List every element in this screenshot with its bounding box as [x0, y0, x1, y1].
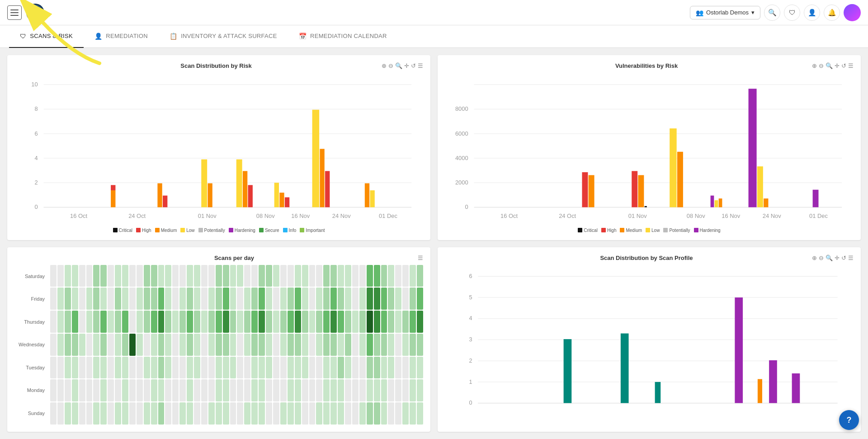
heatmap-cell[interactable]	[172, 311, 179, 333]
heatmap-cell[interactable]	[108, 334, 114, 356]
heatmap-cell[interactable]	[410, 334, 416, 356]
heatmap-cell[interactable]	[417, 265, 423, 287]
heatmap-cell[interactable]	[359, 311, 366, 333]
heatmap-cell[interactable]	[86, 379, 93, 401]
heatmap-cell[interactable]	[137, 311, 143, 333]
heatmap-cell[interactable]	[266, 357, 272, 379]
heatmap-cell[interactable]	[50, 265, 57, 287]
user-button[interactable]: 👤	[804, 5, 820, 21]
heatmap-cell[interactable]	[244, 334, 250, 356]
heatmap-cell[interactable]	[288, 288, 294, 310]
heatmap-cell[interactable]	[288, 379, 294, 401]
heatmap-cell[interactable]	[402, 402, 409, 425]
heatmap-cell[interactable]	[151, 379, 157, 401]
heatmap-cell[interactable]	[280, 357, 287, 379]
heatmap-cell[interactable]	[330, 357, 337, 379]
heatmap-cell[interactable]	[72, 402, 78, 425]
heatmap-cell[interactable]	[323, 334, 330, 356]
heatmap-cell[interactable]	[201, 357, 208, 379]
heatmap-cell[interactable]	[115, 334, 121, 356]
heatmap-cell[interactable]	[50, 288, 57, 310]
heatmap-cell[interactable]	[108, 288, 114, 310]
heatmap-cell[interactable]	[359, 357, 366, 379]
heatmap-cell[interactable]	[158, 265, 165, 287]
heatmap-cell[interactable]	[86, 265, 93, 287]
heatmap-cell[interactable]	[57, 265, 64, 287]
heatmap-cell[interactable]	[266, 402, 272, 425]
heatmap-cell[interactable]	[65, 402, 71, 425]
heatmap-cell[interactable]	[345, 402, 351, 425]
heatmap-cell[interactable]	[93, 379, 99, 401]
heatmap-cell[interactable]	[129, 311, 136, 333]
heatmap-cell[interactable]	[208, 402, 215, 425]
heatmap-cell[interactable]	[237, 334, 243, 356]
heatmap-cell[interactable]	[302, 334, 308, 356]
heatmap-cell[interactable]	[158, 402, 165, 425]
heatmap-cell[interactable]	[144, 402, 150, 425]
heatmap-cell[interactable]	[388, 357, 394, 379]
heatmap-cell[interactable]	[86, 402, 93, 425]
vuln-menu-icon[interactable]: ☰	[848, 62, 854, 69]
heatmap-cell[interactable]	[230, 402, 236, 425]
heatmap-cell[interactable]	[388, 334, 394, 356]
heatmap-cell[interactable]	[352, 265, 359, 287]
heatmap-cell[interactable]	[223, 288, 229, 310]
heatmap-cell[interactable]	[179, 402, 186, 425]
help-button[interactable]: ?	[839, 410, 859, 430]
heatmap-cell[interactable]	[266, 379, 272, 401]
heatmap-cell[interactable]	[72, 265, 78, 287]
heatmap-cell[interactable]	[316, 311, 322, 333]
heatmap-cell[interactable]	[402, 265, 409, 287]
heatmap-cell[interactable]	[158, 334, 165, 356]
heatmap-cell[interactable]	[338, 265, 344, 287]
heatmap-cell[interactable]	[79, 288, 85, 310]
heatmap-cell[interactable]	[352, 334, 359, 356]
search-button[interactable]: 🔍	[764, 5, 780, 21]
heatmap-cell[interactable]	[201, 265, 208, 287]
heatmap-cell[interactable]	[230, 265, 236, 287]
heatmap-cell[interactable]	[137, 265, 143, 287]
heatmap-cell[interactable]	[259, 288, 265, 310]
heatmap-cell[interactable]	[280, 402, 287, 425]
heatmap-cell[interactable]	[323, 265, 330, 287]
heatmap-cell[interactable]	[302, 379, 308, 401]
heatmap-cell[interactable]	[251, 334, 258, 356]
heatmap-cell[interactable]	[395, 265, 401, 287]
heatmap-cell[interactable]	[266, 334, 272, 356]
heatmap-cell[interactable]	[302, 265, 308, 287]
heatmap-cell[interactable]	[93, 311, 99, 333]
heatmap-cell[interactable]	[216, 288, 222, 310]
profile-search-icon[interactable]: 🔍	[826, 255, 833, 261]
heatmap-cell[interactable]	[417, 334, 423, 356]
heatmap-cell[interactable]	[288, 265, 294, 287]
heatmap-cell[interactable]	[266, 311, 272, 333]
heatmap-cell[interactable]	[93, 288, 99, 310]
heatmap-cell[interactable]	[273, 379, 279, 401]
tab-remediation[interactable]: 👤 REMEDIATION	[84, 25, 159, 48]
heatmap-cell[interactable]	[129, 265, 136, 287]
heatmap-cell[interactable]	[144, 288, 150, 310]
heatmap-cell[interactable]	[65, 288, 71, 310]
heatmap-cell[interactable]	[187, 311, 193, 333]
heatmap-cell[interactable]	[410, 311, 416, 333]
heatmap-cell[interactable]	[194, 311, 200, 333]
heatmap-cell[interactable]	[79, 402, 85, 425]
heatmap-cell[interactable]	[194, 357, 200, 379]
heatmap-cell[interactable]	[72, 379, 78, 401]
heatmap-cell[interactable]	[50, 311, 57, 333]
heatmap-cell[interactable]	[374, 379, 380, 401]
heatmap-cell[interactable]	[65, 379, 71, 401]
heatmap-cell[interactable]	[79, 334, 85, 356]
heatmap-cell[interactable]	[402, 311, 409, 333]
shield-button[interactable]: 🛡	[784, 5, 800, 21]
heatmap-cell[interactable]	[137, 334, 143, 356]
heatmap-cell[interactable]	[237, 288, 243, 310]
heatmap-cell[interactable]	[158, 288, 165, 310]
org-selector[interactable]: 👥 Ostorlab Demos ▾	[690, 6, 760, 19]
heatmap-cell[interactable]	[295, 379, 301, 401]
heatmap-cell[interactable]	[345, 357, 351, 379]
heatmap-cell[interactable]	[137, 402, 143, 425]
heatmap-cell[interactable]	[402, 334, 409, 356]
tab-scans-risk[interactable]: 🛡 SCANS & RISK	[9, 25, 84, 48]
heatmap-cell[interactable]	[345, 288, 351, 310]
